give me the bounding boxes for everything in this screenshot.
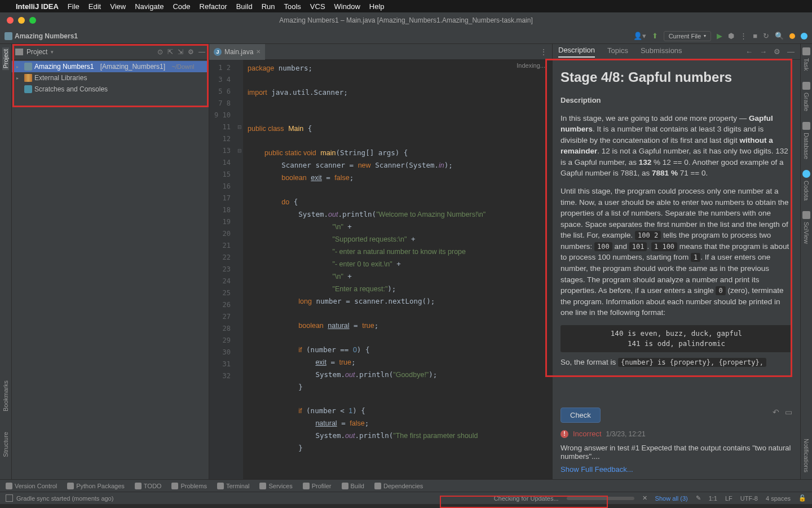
updates-icon[interactable]: ↻: [763, 32, 769, 40]
show-all-link[interactable]: Show all (3): [655, 495, 688, 502]
editor-tab-main[interactable]: J Main.java ✕: [209, 44, 265, 60]
debug-button[interactable]: ⬢: [728, 32, 734, 40]
app-name[interactable]: IntelliJ IDEA: [16, 2, 59, 11]
menu-navigate[interactable]: Navigate: [135, 2, 164, 11]
more-run-icon[interactable]: ⋮: [740, 32, 747, 40]
menu-view[interactable]: View: [110, 2, 126, 11]
code-with-me-icon[interactable]: 👤▾: [633, 32, 646, 40]
task-tabs: Description Topics Submissions ← → ⚙ —: [553, 44, 800, 60]
select-opened-file-icon[interactable]: ⊙: [157, 48, 163, 56]
task-footer: Check ↶ ▭ ! Incorrect 1/3/23, 12:21 Wron…: [553, 402, 800, 479]
python-packages-tab[interactable]: Python Packages: [67, 483, 125, 489]
expand-all-icon[interactable]: ⇱: [167, 48, 173, 56]
file-encoding[interactable]: UTF-8: [740, 495, 758, 502]
gradle-tool-tab[interactable]: Gradle: [803, 91, 810, 113]
result-timestamp: 1/3/23, 12:21: [606, 430, 646, 438]
problems-tab[interactable]: Problems: [171, 483, 206, 489]
menu-window[interactable]: Window: [334, 2, 360, 11]
collapse-all-icon[interactable]: ⇲: [178, 48, 183, 56]
menu-build[interactable]: Build: [236, 2, 253, 11]
database-icon: [802, 122, 810, 130]
show-full-feedback-link[interactable]: Show Full Feedback...: [561, 465, 633, 474]
tab-menu-icon[interactable]: ⋮: [540, 47, 552, 56]
todo-tab[interactable]: TODO: [135, 483, 162, 489]
sciview-icon: [802, 211, 810, 219]
search-icon[interactable]: 🔍: [775, 32, 784, 40]
menu-run[interactable]: Run: [262, 2, 275, 11]
progress-bar: [567, 497, 634, 500]
hide-icon[interactable]: —: [787, 47, 795, 56]
indent-info[interactable]: 4 spaces: [766, 495, 791, 502]
task-subheading: Description: [561, 95, 792, 106]
run-button[interactable]: ▶: [717, 32, 722, 40]
menu-refactor[interactable]: Refactor: [200, 2, 227, 11]
run-config-dropdown[interactable]: Current File▾: [664, 31, 711, 41]
left-tool-rail: Project Bookmarks Structure: [0, 44, 12, 479]
codota-tool-tab[interactable]: Codota: [803, 179, 810, 202]
structure-tool-tab[interactable]: Structure: [2, 430, 9, 459]
project-icon: [5, 32, 12, 40]
menu-help[interactable]: Help: [369, 2, 385, 11]
task-tool-tab[interactable]: Task: [803, 56, 810, 73]
line-gutter: 1 2 3 4 5 6 7 8 9 10 11 12 13 14 15 16 1…: [209, 60, 236, 479]
project-view-title[interactable]: Project: [27, 48, 47, 56]
profiler-tab[interactable]: Profiler: [303, 483, 332, 489]
gear-icon[interactable]: ⚙: [188, 48, 194, 56]
status-message: Gradle sync started (moments ago): [16, 495, 113, 502]
user-icon[interactable]: [789, 33, 795, 39]
tab-description[interactable]: Description: [558, 46, 595, 58]
highlight-icon[interactable]: ✎: [696, 494, 701, 502]
indexing-indicator: Indexing...: [517, 62, 545, 69]
menu-vcs[interactable]: VCS: [310, 2, 325, 11]
tree-node-external-libs[interactable]: ▸ External Libraries: [12, 72, 209, 84]
menu-edit[interactable]: Edit: [89, 2, 101, 11]
services-tab[interactable]: Services: [259, 483, 292, 489]
module-icon: [24, 63, 32, 71]
sciview-tool-tab[interactable]: SciView: [803, 220, 810, 246]
chevron-down-icon[interactable]: ▾: [51, 49, 54, 55]
hide-tool-icon[interactable]: —: [198, 48, 205, 56]
menu-file[interactable]: File: [68, 2, 80, 11]
tree-node-root[interactable]: ▸ Amazing Numbers1 [Amazing_Numbers1] ~/…: [12, 61, 209, 72]
editor-area: J Main.java ✕ ⋮ 1 2 3 4 5 6 7 8 9 10 11 …: [209, 44, 552, 479]
gear-icon[interactable]: ⚙: [774, 47, 780, 56]
project-tree[interactable]: ▸ Amazing Numbers1 [Amazing_Numbers1] ~/…: [12, 60, 209, 96]
undo-icon[interactable]: ↶: [773, 408, 779, 417]
tree-node-scratches[interactable]: Scratches and Consoles: [12, 84, 209, 95]
breadcrumb[interactable]: Amazing Numbers1: [5, 32, 78, 40]
version-control-tab[interactable]: Version Control: [6, 483, 57, 489]
feedback-text: Wrong answer in test #1 Expected that th…: [561, 444, 792, 461]
tab-submissions[interactable]: Submissions: [641, 46, 682, 57]
line-separator[interactable]: LF: [725, 495, 732, 502]
forward-icon[interactable]: →: [760, 47, 767, 56]
menu-code[interactable]: Code: [173, 2, 190, 11]
comment-icon[interactable]: ▭: [785, 408, 792, 417]
menu-tools[interactable]: Tools: [284, 2, 301, 11]
fold-gutter[interactable]: ⊟⊟: [236, 60, 243, 479]
code-editor[interactable]: package numbers; import java.util.Scanne…: [243, 60, 552, 479]
task-icon: [802, 47, 810, 55]
tab-topics[interactable]: Topics: [607, 46, 628, 57]
build-tab[interactable]: Build: [342, 483, 364, 489]
folder-icon: [15, 49, 23, 55]
stop-button[interactable]: ■: [753, 32, 757, 40]
code-example: 140 is even, buzz, duck, gapful 141 is o…: [561, 325, 792, 352]
readonly-icon[interactable]: 🔓: [798, 494, 806, 502]
codota-nav-icon[interactable]: [801, 33, 807, 40]
build-icon[interactable]: ⬆: [652, 32, 658, 40]
back-icon[interactable]: ←: [745, 47, 753, 56]
window-title: Amazing Numbers1 – Main.java [Amazing_Nu…: [0, 16, 812, 24]
tool-windows-icon[interactable]: [6, 494, 13, 502]
dependencies-tab[interactable]: Dependencies: [374, 483, 423, 489]
project-tool-tab[interactable]: Project: [2, 47, 9, 70]
editor-tabs: J Main.java ✕ ⋮: [209, 44, 552, 60]
bottom-tool-bar: Version Control Python Packages TODO Pro…: [0, 479, 812, 492]
bookmarks-tool-tab[interactable]: Bookmarks: [2, 379, 9, 413]
notifications-tool-tab[interactable]: Notifications: [803, 437, 810, 474]
cancel-icon[interactable]: ✕: [642, 494, 647, 502]
check-button[interactable]: Check: [561, 408, 601, 423]
caret-position[interactable]: 1:1: [709, 495, 717, 502]
close-tab-icon[interactable]: ✕: [256, 49, 261, 55]
database-tool-tab[interactable]: Database: [803, 131, 810, 161]
terminal-tab[interactable]: Terminal: [217, 483, 250, 489]
